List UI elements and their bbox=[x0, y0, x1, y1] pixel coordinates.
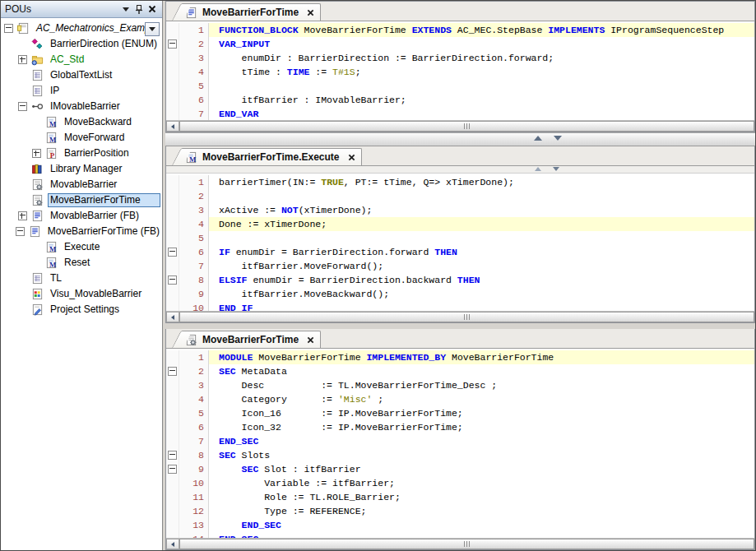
code-line[interactable]: 8ELSIF enumDir = BarrierDirection.backwa… bbox=[166, 273, 754, 287]
collapse-down-icon[interactable] bbox=[553, 167, 559, 171]
h-scrollbar[interactable] bbox=[166, 538, 754, 549]
fold-toggle-icon[interactable] bbox=[168, 465, 177, 474]
tree-item-movebarrierfortime-fb[interactable]: MoveBarrierForTime (FB) bbox=[1, 224, 162, 239]
module-icon bbox=[31, 178, 44, 191]
tree-item-imovablebarrier[interactable]: IMovableBarrier bbox=[1, 99, 162, 114]
pou-tree: AC_Mechatronics_ExampleBarrierDirection … bbox=[1, 18, 162, 550]
tree-item-project-settings[interactable]: Project Settings bbox=[1, 302, 162, 317]
code-line[interactable]: 2SEC MetaData bbox=[166, 364, 754, 378]
code-line[interactable]: 10END_IF bbox=[166, 301, 754, 311]
code-line[interactable]: 5 bbox=[166, 79, 754, 93]
code-line[interactable]: 8SEC Slots bbox=[166, 448, 754, 462]
panel-menu-button[interactable] bbox=[119, 3, 132, 16]
code-line[interactable]: 9 SEC Slot : itfBarrier bbox=[166, 462, 754, 476]
collapse-up-icon[interactable] bbox=[535, 167, 541, 171]
panel-close-button[interactable] bbox=[146, 3, 159, 16]
code-editor-module[interactable]: 1MODULE MoveBarrierForTime IMPLEMENTED_B… bbox=[166, 349, 754, 538]
tree-item-visu-movablebarrier[interactable]: Visu_MovableBarrier bbox=[1, 286, 162, 302]
code-line[interactable]: 7END_SEC bbox=[166, 434, 754, 448]
code-line[interactable]: 1FUNCTION_BLOCK MoveBarrierForTime EXTEN… bbox=[166, 23, 754, 37]
code-line[interactable]: 10 Variable := itfBarrier; bbox=[166, 476, 754, 490]
code-line[interactable]: 3xActive := NOT(xTimerDone); bbox=[166, 203, 754, 217]
fold-toggle-icon[interactable] bbox=[168, 39, 177, 49]
code-line[interactable]: 1MODULE MoveBarrierForTime IMPLEMENTED_B… bbox=[166, 350, 754, 364]
expand-icon[interactable] bbox=[18, 211, 27, 220]
svg-text:M: M bbox=[49, 136, 57, 144]
code-line[interactable]: 5 bbox=[166, 231, 754, 245]
tree-item-ac-mechatronics-example[interactable]: AC_Mechatronics_Example bbox=[1, 21, 162, 36]
code-line[interactable]: 1barrierTimer(IN:= TRUE, PT:= tTime, Q=>… bbox=[166, 175, 754, 189]
collapse-icon[interactable] bbox=[16, 227, 25, 236]
tree-item-barrierposition[interactable]: PBarrierPosition bbox=[1, 146, 162, 161]
code-line[interactable]: 3 enumDir : BarrierDirection := BarrierD… bbox=[166, 51, 754, 65]
tree-item-ac-std[interactable]: AC_Std bbox=[1, 52, 162, 67]
code-line[interactable]: 9 itfBarrier.MoveBackward(); bbox=[166, 287, 754, 301]
expand-icon[interactable] bbox=[18, 55, 27, 64]
grip-icon bbox=[464, 541, 471, 547]
tab-close-button[interactable] bbox=[307, 9, 314, 16]
fold-toggle-icon[interactable] bbox=[168, 276, 177, 285]
tree-item-movablebarrier[interactable]: MovableBarrier bbox=[1, 177, 162, 192]
tree-item-movebackward[interactable]: MMoveBackward bbox=[1, 114, 162, 130]
code-line[interactable]: 7 itfBarrier.MoveForward(); bbox=[166, 259, 754, 273]
tree-item-ip[interactable]: IP bbox=[1, 83, 162, 99]
tree-item-movebarrierfortime[interactable]: MoveBarrierForTime bbox=[1, 192, 162, 208]
tab-movebarrierfortime-module[interactable]: MoveBarrierForTime bbox=[181, 331, 321, 348]
tree-item-moveforward[interactable]: MMoveForward bbox=[1, 130, 162, 146]
code-editor-declaration[interactable]: 1FUNCTION_BLOCK MoveBarrierForTime EXTEN… bbox=[166, 21, 754, 120]
code-line[interactable]: 4 tTime : TIME := T#1S; bbox=[166, 65, 754, 79]
tree-item-library-manager[interactable]: Library Manager bbox=[1, 161, 162, 177]
project-dropdown-button[interactable] bbox=[145, 22, 160, 36]
tab-movebarrierfortime-execute[interactable]: M MoveBarrierForTime.Execute bbox=[181, 148, 362, 165]
collapse-up-icon[interactable] bbox=[534, 136, 542, 141]
line-number: 3 bbox=[179, 51, 209, 65]
tree-item-globaltextlist[interactable]: GlobalTextList bbox=[1, 67, 162, 83]
line-number: 8 bbox=[179, 273, 209, 287]
tree-item-reset[interactable]: MReset bbox=[1, 255, 162, 271]
fold-toggle-icon[interactable] bbox=[168, 451, 177, 460]
code-line-text: barrierTimer(IN:= TRUE, PT:= tTime, Q=> … bbox=[209, 175, 754, 189]
tree-item-movablebarrier-fb[interactable]: MovableBarrier (FB) bbox=[1, 208, 162, 224]
fold-toggle-icon[interactable] bbox=[168, 248, 177, 257]
tree-item-execute[interactable]: MExecute bbox=[1, 239, 162, 255]
code-line[interactable]: 3 Desc := TL.MoveBarrierForTime_Desc ; bbox=[166, 378, 754, 392]
h-scrollbar[interactable] bbox=[166, 311, 754, 322]
code-line[interactable]: 5 Icon_16 := IP.MoveBarrierForTime; bbox=[166, 406, 754, 420]
scrollbar-thumb[interactable] bbox=[179, 312, 754, 322]
collapse-icon[interactable] bbox=[4, 24, 13, 33]
expand-icon[interactable] bbox=[32, 149, 41, 158]
collapse-icon[interactable] bbox=[18, 102, 27, 111]
code-line[interactable]: 13 END_SEC bbox=[166, 518, 754, 532]
scroll-left-button[interactable] bbox=[166, 539, 179, 549]
code-line[interactable]: 4Done := xTimerDone; bbox=[166, 217, 754, 231]
scrollbar-track[interactable] bbox=[179, 312, 754, 322]
pin-icon bbox=[134, 4, 144, 15]
collapse-down-icon[interactable] bbox=[554, 136, 562, 141]
fold-toggle-icon[interactable] bbox=[168, 367, 177, 376]
h-scrollbar[interactable] bbox=[166, 120, 754, 132]
scroll-left-button[interactable] bbox=[166, 121, 179, 132]
code-line[interactable]: 12 Type := REFERENCE; bbox=[166, 504, 754, 518]
scrollbar-track[interactable] bbox=[179, 539, 754, 549]
code-line[interactable]: 6 Icon_32 := IP.MoveBarrierForTime; bbox=[166, 420, 754, 434]
scrollbar-thumb[interactable] bbox=[179, 121, 754, 132]
code-editor-execute[interactable]: 1barrierTimer(IN:= TRUE, PT:= tTime, Q=>… bbox=[166, 174, 754, 311]
pin-button[interactable] bbox=[132, 3, 146, 16]
code-line[interactable]: 6IF enumDir = BarrierDirection.forward T… bbox=[166, 245, 754, 259]
scrollbar-thumb[interactable] bbox=[179, 539, 754, 549]
tab-movebarrierfortime-declaration[interactable]: MoveBarrierForTime bbox=[181, 3, 321, 21]
pane-splitter[interactable] bbox=[165, 132, 755, 146]
code-line[interactable]: 2VAR_INPUT bbox=[166, 37, 754, 51]
code-line[interactable]: 11 Role := TL.ROLE_Barrier; bbox=[166, 490, 754, 504]
code-line[interactable]: 2 bbox=[166, 189, 754, 203]
code-line[interactable]: 14END_SEC bbox=[166, 532, 754, 538]
scrollbar-track[interactable] bbox=[179, 121, 754, 132]
code-line[interactable]: 6 itfBarrier : IMovableBarrier; bbox=[166, 93, 754, 107]
tab-close-button[interactable] bbox=[307, 336, 314, 344]
tree-item-tl[interactable]: TL bbox=[1, 271, 162, 286]
tree-item-barrierdirection-enum[interactable]: BarrierDirection (ENUM) bbox=[1, 36, 162, 52]
scroll-left-button[interactable] bbox=[166, 312, 179, 322]
code-line[interactable]: 4 Category := 'Misc' ; bbox=[166, 392, 754, 406]
code-line[interactable]: 7END_VAR bbox=[166, 107, 754, 120]
tab-close-button[interactable] bbox=[348, 154, 355, 161]
